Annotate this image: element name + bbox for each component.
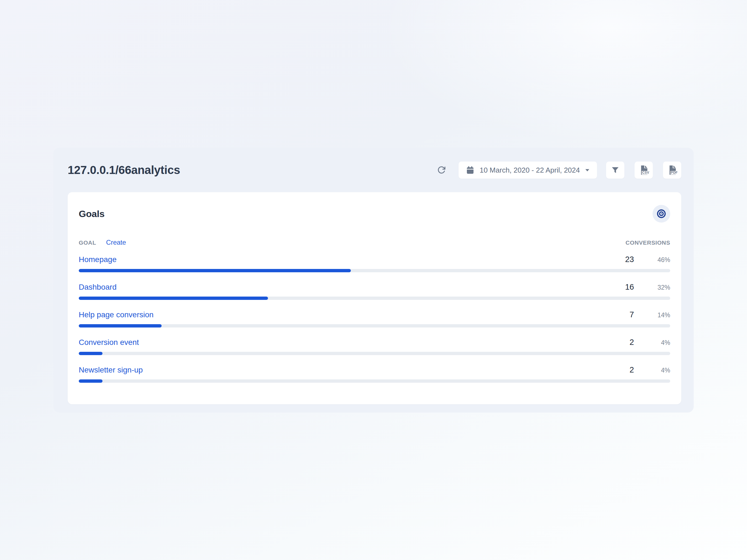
- goal-row: Conversion event 2 4%: [79, 337, 670, 355]
- goals-table-header: GOAL Create CONVERSIONS: [79, 239, 670, 246]
- page-background: { "header": { "title": "127.0.0.1/66anal…: [0, 0, 747, 560]
- file-csv-icon: CSV: [640, 165, 648, 175]
- goal-row: Newsletter sign-up 2 4%: [79, 365, 670, 383]
- goal-link[interactable]: Dashboard: [79, 282, 617, 292]
- pdf-label: PDF: [670, 171, 678, 175]
- goal-row-line: Dashboard 16 32%: [79, 282, 670, 293]
- goal-row-line: Help page conversion 7 14%: [79, 309, 670, 320]
- panel-header: 127.0.0.1/66analytics: [68, 161, 681, 179]
- progress-bar-track: [79, 352, 670, 355]
- refresh-button[interactable]: [435, 163, 448, 177]
- conversion-count: 23: [617, 254, 634, 265]
- create-goal-link[interactable]: Create: [106, 239, 126, 246]
- goal-row-line: Conversion event 2 4%: [79, 337, 670, 348]
- goals-card-header: Goals: [79, 205, 670, 222]
- conversions-column-header: CONVERSIONS: [625, 239, 670, 246]
- goal-link[interactable]: Homepage: [79, 254, 617, 265]
- progress-bar-track: [79, 269, 670, 272]
- progress-bar-fill: [79, 379, 102, 383]
- goal-row-line: Newsletter sign-up 2 4%: [79, 365, 670, 376]
- conversion-count: 2: [617, 365, 634, 375]
- export-csv-button[interactable]: CSV: [635, 162, 653, 179]
- file-pdf-icon: PDF: [668, 165, 676, 175]
- conversion-percent: 14%: [634, 310, 670, 320]
- conversion-count: 2: [617, 337, 634, 347]
- goals-rows: Homepage 23 46% Dashboard 16 32% Help pa…: [79, 254, 670, 383]
- goals-card-title: Goals: [79, 209, 104, 219]
- conversion-count: 7: [617, 309, 634, 320]
- page-title: 127.0.0.1/66analytics: [68, 163, 435, 177]
- csv-label: CSV: [642, 171, 649, 175]
- progress-bar-track: [79, 297, 670, 300]
- date-range-picker[interactable]: 10 March, 2020 - 22 April, 2024: [459, 162, 597, 179]
- funnel-icon: [611, 166, 619, 174]
- conversion-percent: 46%: [634, 255, 670, 265]
- progress-bar-fill: [79, 297, 268, 300]
- goals-card: Goals GOAL Create CONVERSIONS Homepage 2…: [68, 192, 681, 404]
- filter-button[interactable]: [606, 162, 624, 179]
- toolbar: 10 March, 2020 - 22 April, 2024: [435, 162, 681, 179]
- calendar-icon: [466, 166, 474, 175]
- progress-bar-track: [79, 379, 670, 383]
- conversion-percent: 4%: [634, 365, 670, 376]
- goal-row: Dashboard 16 32%: [79, 282, 670, 300]
- target-bullseye-icon: [656, 209, 666, 219]
- goal-row: Homepage 23 46%: [79, 254, 670, 272]
- progress-bar-fill: [79, 324, 162, 327]
- main-panel: 127.0.0.1/66analytics: [53, 148, 694, 412]
- goal-row-line: Homepage 23 46%: [79, 254, 670, 265]
- goal-link[interactable]: Newsletter sign-up: [79, 365, 617, 375]
- date-range-label: 10 March, 2020 - 22 April, 2024: [480, 166, 580, 175]
- refresh-icon: [437, 166, 446, 175]
- conversion-count: 16: [617, 282, 634, 292]
- goal-link[interactable]: Help page conversion: [79, 310, 617, 320]
- progress-bar-fill: [79, 269, 351, 272]
- export-pdf-button[interactable]: PDF: [663, 162, 681, 179]
- progress-bar-fill: [79, 352, 102, 355]
- caret-down-icon: [585, 168, 590, 172]
- conversion-percent: 4%: [634, 338, 670, 348]
- goals-target-button[interactable]: [652, 205, 670, 222]
- goal-row: Help page conversion 7 14%: [79, 309, 670, 327]
- goal-link[interactable]: Conversion event: [79, 337, 617, 348]
- conversion-percent: 32%: [634, 282, 670, 293]
- goal-column-header: GOAL: [79, 239, 96, 246]
- progress-bar-track: [79, 324, 670, 327]
